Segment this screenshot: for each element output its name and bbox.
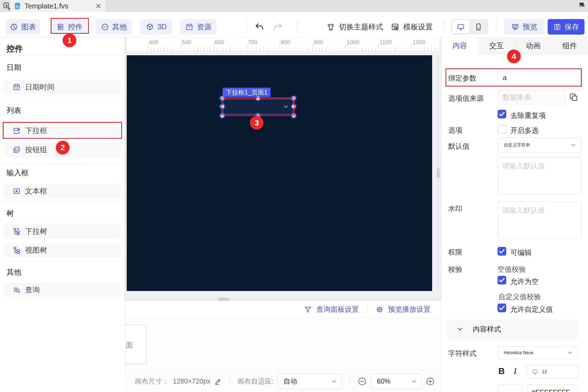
gear-icon <box>375 305 384 314</box>
save-label: 保存 <box>565 22 579 32</box>
query-icon <box>13 286 21 294</box>
font-color-swatch[interactable] <box>498 385 522 392</box>
multi-select-checkbox[interactable] <box>498 125 506 133</box>
font-size-field[interactable]: 12 <box>527 365 578 378</box>
dropdown-tree-icon <box>13 227 21 235</box>
ruler-label: 700 <box>248 39 257 45</box>
chevron-down-icon <box>411 378 417 385</box>
divider <box>0 163 125 164</box>
sidebar-item-textbox[interactable]: 文本框 <box>4 184 121 198</box>
italic-button[interactable]: I <box>514 366 517 376</box>
sidebar-item-label: 日期时间 <box>25 82 54 92</box>
canvas-settings-bar: 查询面板设置 预览播放设置 <box>125 301 441 318</box>
template-settings-button[interactable]: 模板设置 <box>391 19 433 35</box>
preview-play-settings-link[interactable]: 预览播放设置 <box>388 305 431 314</box>
widget-panel: 控件 日期 日期时间 列表 下拉框 2 BTN 按钮组 输入框 文本框 树 下拉… <box>0 37 125 392</box>
canvas-fit-select[interactable]: 自动 <box>277 374 342 389</box>
sidebar-item-label: 视图树 <box>25 245 47 255</box>
font-size-value: 12 <box>542 369 547 374</box>
copy-icon[interactable] <box>569 92 578 102</box>
undo-icon[interactable] <box>254 22 264 32</box>
toolbar-resources-button[interactable]: 资源 <box>180 19 216 35</box>
content-style-header[interactable]: 内容样式 <box>447 319 578 339</box>
zoom-level-select[interactable]: 60% <box>371 374 422 389</box>
save-icon <box>553 23 561 31</box>
default-type-select[interactable]: 自定义字符串 <box>498 137 581 153</box>
content-style-title: 内容样式 <box>473 324 501 334</box>
ruler-label: 1200 <box>413 39 425 45</box>
document-tab[interactable]: Template1.fvs <box>10 0 105 12</box>
theme-switch-button[interactable]: 切换主题样式 <box>326 19 383 35</box>
vertical-scrollbar[interactable] <box>437 168 440 178</box>
ruler-label: 900 <box>314 39 323 45</box>
toolbar-separator <box>246 20 247 33</box>
allow-empty-label: 允许为空 <box>510 277 539 286</box>
design-canvas[interactable] <box>127 55 432 291</box>
pie-chart-icon <box>10 23 18 31</box>
more-circle-icon <box>101 23 109 31</box>
window-tab-bar: Template1.fvs <box>0 0 588 12</box>
save-button[interactable]: 保存 <box>548 19 584 35</box>
mobile-mode-button[interactable] <box>470 20 487 33</box>
tab-animation[interactable]: 动画 <box>515 37 552 54</box>
close-icon[interactable] <box>95 2 102 10</box>
redo-icon[interactable] <box>273 22 283 32</box>
tab-component[interactable]: 组件 <box>552 37 588 54</box>
canvas-size-value: 1280×720px <box>173 377 210 385</box>
edit-pencil-icon[interactable] <box>214 378 222 385</box>
editable-checkbox[interactable] <box>498 247 506 256</box>
zoom-in-icon[interactable] <box>426 377 435 386</box>
query-panel-settings-link[interactable]: 查询面板设置 <box>316 305 359 314</box>
bold-button[interactable]: B <box>498 366 505 376</box>
chevron-down-icon <box>331 378 337 385</box>
chevron-down-icon <box>570 142 577 148</box>
allow-empty-checkbox[interactable] <box>498 276 506 284</box>
allow-custom-checkbox[interactable] <box>498 304 506 312</box>
tab-content[interactable]: 内容 <box>442 37 478 54</box>
horizontal-scrollbar[interactable] <box>218 298 229 301</box>
sidebar-item-label: 下拉树 <box>25 226 47 236</box>
empty-check-title: 空值校验 <box>498 265 526 274</box>
inspector-panel: 内容 交互 动画 组件 4 绑定参数 选项值来源 去除重复项 选项 开启多选 默… <box>441 37 588 392</box>
toolbar-separator <box>444 20 444 33</box>
toolbar-3d-button[interactable]: 3D <box>140 19 172 35</box>
zoom-out-icon[interactable] <box>357 377 367 386</box>
preview-board-icon <box>511 23 519 31</box>
sidebar-item-dropdown-tree[interactable]: 下拉树 <box>4 224 121 239</box>
preview-button[interactable]: 预览 <box>504 19 544 35</box>
watermark-textarea[interactable] <box>498 201 581 239</box>
sidebar-item-view-tree[interactable]: 视图树 <box>4 243 121 258</box>
chevron-down-icon <box>456 326 463 333</box>
page-thumbnail[interactable]: 面 <box>124 324 146 364</box>
default-value-label: 默认值 <box>448 142 469 151</box>
canvas-fit-label: 画布自适应: <box>237 377 273 386</box>
toolbar-button-label: 资源 <box>197 22 211 32</box>
canvas-status-bar: 画布尺寸： 1280×720px 画布自适应: 自动 60% <box>125 370 441 392</box>
font-color-value: #FFFFFFFF <box>532 388 570 392</box>
dedupe-label: 去除重复项 <box>510 111 546 120</box>
desktop-mode-button[interactable] <box>452 20 469 33</box>
horizontal-scrollbar-track <box>125 298 441 301</box>
font-color-field[interactable]: #FFFFFFFF <box>527 385 578 392</box>
flag-icon[interactable] <box>578 2 586 10</box>
sidebar-item-query[interactable]: 查询 <box>4 283 121 297</box>
canvas-fit-value: 自动 <box>283 377 297 386</box>
font-family-select[interactable]: Helvetica Neue <box>498 346 578 359</box>
panel-title: 控件 <box>7 43 23 54</box>
toolbar-charts-button[interactable]: 图表 <box>6 19 40 35</box>
toolbar-other-button[interactable]: 其他 <box>96 19 132 35</box>
toolbar-separator <box>496 20 497 33</box>
option-source-input[interactable] <box>498 90 566 105</box>
ruler-label: 400 <box>149 39 158 45</box>
svg-text:BTN: BTN <box>16 148 20 151</box>
default-type-value: 自定义字符串 <box>504 142 530 148</box>
section-label-input: 输入框 <box>7 168 29 178</box>
dedupe-checkbox[interactable] <box>498 110 506 118</box>
sidebar-item-label: 文本框 <box>25 186 47 196</box>
validation-label: 校验 <box>448 265 462 274</box>
sidebar-item-datetime[interactable]: 日期时间 <box>4 80 121 94</box>
button-group-icon: BTN <box>13 146 21 154</box>
annotation-badge-4: 4 <box>507 50 521 63</box>
ruler-label: 1100 <box>380 39 392 45</box>
default-value-textarea[interactable] <box>498 157 581 194</box>
